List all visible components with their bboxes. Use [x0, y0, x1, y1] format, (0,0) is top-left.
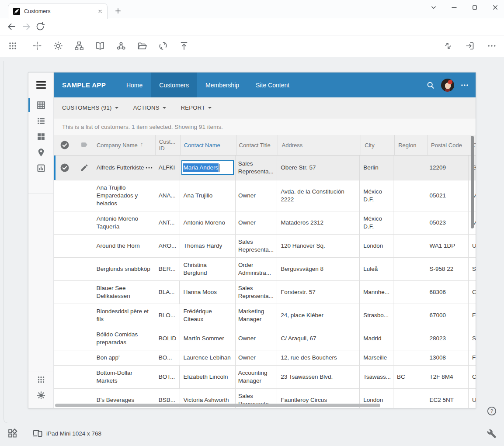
device-icon[interactable]	[32, 428, 43, 439]
horizontal-scrollbar[interactable]	[55, 404, 380, 407]
help-button[interactable]: ?	[487, 406, 497, 416]
cell-company: Antonio Moreno Taquería	[93, 211, 155, 234]
cell-city: Berlin	[359, 156, 393, 180]
sidebar-map-view[interactable]	[28, 145, 54, 160]
row-select-icon[interactable]	[54, 327, 76, 350]
cell-company: Bottom-Dollar Markets	[93, 366, 155, 388]
sidebar-apps-dots[interactable]	[28, 372, 54, 387]
cell-city: Strasbo...	[359, 304, 393, 327]
customer-row[interactable]: Alfreds FutterkisteALFKIMaria AndersSale…	[54, 156, 476, 180]
sidebar-settings-gear[interactable]	[28, 387, 54, 403]
target-icon[interactable]	[32, 41, 42, 51]
customer-row[interactable]: Bottom-Dollar MarketsBOT...Elizabeth Lin…	[54, 366, 476, 389]
column-header-contact[interactable]: Contact Name	[180, 135, 236, 155]
hamburger-menu-icon[interactable]	[28, 73, 53, 97]
row-menu-icon[interactable]	[145, 163, 153, 172]
back-button[interactable]	[6, 21, 17, 32]
customer-row[interactable]: Berglunds snabbköpBER...Christina Berglu…	[54, 258, 476, 281]
webhook-icon[interactable]	[116, 41, 126, 51]
row-edit-icon[interactable]	[76, 281, 93, 304]
nav-item-customers[interactable]: Customers	[151, 73, 197, 97]
tools-wrench-button[interactable]	[487, 429, 497, 439]
header-more-icon[interactable]	[460, 80, 469, 90]
row-edit-icon[interactable]	[76, 304, 93, 327]
hierarchy-icon[interactable]	[74, 41, 84, 51]
row-select-icon[interactable]	[54, 235, 76, 257]
customer-row[interactable]: Bon app'BO...Laurence LebihanOwner12, ru…	[54, 350, 476, 366]
column-header-id[interactable]: Cust...ID	[155, 135, 180, 155]
sidebar-chart-view[interactable]	[28, 160, 54, 176]
toolbar-menu-2[interactable]: REPORT	[181, 104, 212, 111]
browser-tab[interactable]: Customers	[8, 3, 108, 19]
more-h-icon[interactable]	[487, 41, 497, 51]
column-header-address[interactable]: Address	[278, 135, 361, 155]
maximize-icon[interactable]	[470, 3, 479, 12]
publish-icon[interactable]	[179, 41, 189, 51]
cell-contact-name: Antonio Moreno	[180, 211, 235, 234]
customer-row[interactable]: Antonio Moreno TaqueríaANT...Antonio Mor…	[54, 211, 476, 235]
cell-customer-id: BO...	[155, 350, 180, 365]
row-select-icon[interactable]	[54, 156, 76, 180]
column-header-company[interactable]: Company Name↑	[93, 135, 155, 155]
settings-icon[interactable]	[53, 41, 63, 51]
row-edit-icon[interactable]	[76, 235, 93, 257]
vertical-scrollbar[interactable]	[471, 136, 474, 228]
exit-preview-icon[interactable]	[465, 41, 475, 51]
nav-item-site-content[interactable]: Site Content	[247, 73, 298, 97]
cell-address: Obere Str. 57	[277, 156, 359, 180]
reference-book-icon[interactable]	[95, 41, 105, 51]
minimize-icon[interactable]	[450, 3, 459, 12]
reload-button[interactable]	[35, 21, 45, 32]
toolbar-menu-1[interactable]: ACTIONS	[133, 104, 166, 111]
contact-name-input[interactable]: Maria Anders	[181, 160, 234, 175]
sidebar-list-view[interactable]	[28, 113, 54, 129]
row-select-icon[interactable]	[54, 258, 76, 280]
column-label: Company Name	[97, 142, 138, 149]
customer-row[interactable]: Blondesddsl père et filsBLO...Frédérique…	[54, 304, 476, 327]
row-select-icon[interactable]	[54, 281, 76, 304]
column-header-region[interactable]: Region	[394, 135, 427, 155]
column-header-title[interactable]: Contact Title	[236, 135, 278, 155]
customer-row[interactable]: Ana Trujillo Emparedados y heladosANA...…	[54, 180, 476, 211]
row-edit-icon[interactable]	[76, 327, 93, 350]
nav-item-membership[interactable]: Membership	[197, 73, 247, 97]
row-select-icon[interactable]	[54, 211, 76, 234]
tab-close-icon[interactable]	[97, 8, 104, 15]
close-icon[interactable]	[491, 3, 500, 12]
folder-open-icon[interactable]	[137, 41, 147, 51]
row-select-icon[interactable]	[54, 180, 76, 211]
tag-column-icon[interactable]	[76, 135, 93, 155]
row-edit-icon[interactable]	[76, 258, 93, 280]
row-select-icon[interactable]	[54, 304, 76, 327]
forward-button[interactable]	[21, 21, 32, 32]
sidebar-cards-view[interactable]	[28, 129, 54, 145]
widgets-button[interactable]	[7, 428, 18, 439]
sync-icon[interactable]	[158, 41, 168, 51]
row-edit-icon[interactable]	[76, 350, 93, 365]
row-edit-icon[interactable]	[76, 366, 93, 388]
row-edit-icon[interactable]	[76, 156, 93, 180]
row-edit-icon[interactable]	[76, 211, 93, 234]
chevron-down-icon[interactable]	[429, 3, 438, 12]
swap-sync-icon[interactable]	[443, 41, 453, 51]
cell-contact-title: Owner	[235, 327, 277, 350]
row-edit-icon[interactable]	[76, 180, 93, 211]
sidebar-grid-view[interactable]	[28, 97, 54, 113]
cell-contact-name: Elizabeth Lincoln	[179, 366, 235, 388]
customer-row[interactable]: Around the HornARO...Thomas HardySales R…	[54, 235, 476, 258]
column-header-postal[interactable]: Postal Code	[427, 135, 470, 155]
user-avatar[interactable]	[441, 79, 454, 92]
row-select-icon[interactable]	[54, 366, 76, 388]
nav-item-home[interactable]: Home	[118, 73, 151, 97]
apps-grid-icon[interactable]	[7, 41, 18, 51]
settings-gear-icon	[36, 391, 46, 400]
select-all-icon[interactable]	[54, 135, 76, 155]
row-select-icon[interactable]	[54, 350, 76, 365]
new-tab-button[interactable]	[112, 5, 124, 17]
customer-row[interactable]: Blauer See DelikatessenBLA...Hanna MoosS…	[54, 281, 476, 304]
customer-row[interactable]: Bólido Comidas preparadasBOLIDMartín Som…	[54, 327, 476, 350]
toolbar-menu-0[interactable]: CUSTOMERS (91)	[62, 104, 118, 111]
search-icon[interactable]	[426, 80, 435, 90]
cell-country: F	[468, 350, 476, 365]
column-header-city[interactable]: City	[361, 135, 394, 155]
